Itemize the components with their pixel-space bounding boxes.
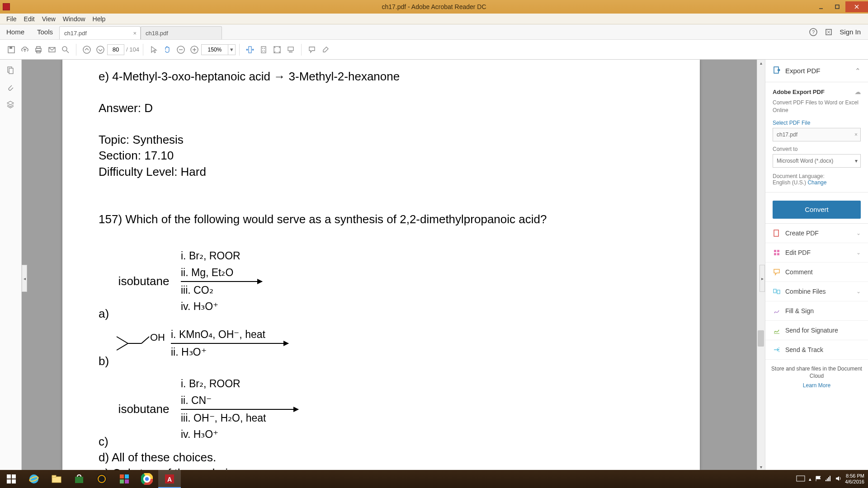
layers-icon[interactable] [6,100,15,109]
fit-page-icon[interactable] [257,43,270,56]
tool-create-pdf[interactable]: Create PDF⌄ [765,224,868,243]
reagents-c-bot: iii. OH⁻, H₂O, heativ. H₃O⁺ [181,410,298,443]
comment-icon[interactable] [305,43,319,56]
search-icon[interactable] [59,43,72,56]
export-title: Adobe Export PDF☁ [773,89,861,95]
menu-help[interactable]: Help [89,15,109,23]
pdf-viewer[interactable]: ◂ e) 4-Methyl-3-oxo-heptanoic acid → 3-M… [22,60,765,470]
maximize-button[interactable] [829,1,845,12]
answer-line: Answer: D [99,100,664,116]
chevron-down-icon: ▾ [855,158,858,164]
notification-icon[interactable] [824,28,833,37]
store-icon[interactable] [68,470,90,488]
page-number-input[interactable] [107,44,124,55]
tool-send-track[interactable]: Send & Track [765,340,868,360]
highlight-icon[interactable] [319,43,332,56]
page-up-icon[interactable] [80,43,94,56]
home-tab[interactable]: Home [0,24,31,39]
cursor-icon[interactable] [147,43,160,56]
menu-file[interactable]: File [3,15,20,23]
close-button[interactable] [845,1,868,12]
doc-tab-ch17[interactable]: ch17.pdf× [59,26,141,39]
tools-tab[interactable]: Tools [31,24,59,39]
scroll-thumb[interactable] [758,330,764,347]
right-collapse-icon[interactable]: ▸ [760,265,765,292]
reagents-a-bot: iii. CO₂iv. H₃O⁺ [181,282,262,315]
scroll-up-icon[interactable]: ▴ [758,60,764,66]
scroll-down-icon[interactable]: ▾ [758,464,764,470]
zoom-level[interactable]: 150% [201,44,228,55]
svg-rect-59 [120,474,124,479]
tool-edit-pdf[interactable]: Edit PDF⌄ [765,243,868,263]
tool-combine[interactable]: Combine Files⌄ [765,282,868,301]
system-tray: ▴ 8:56 PM 4/6/2016 [796,473,868,485]
svg-rect-31 [9,68,13,74]
thumbnails-icon[interactable] [6,66,15,75]
tool-comment[interactable]: Comment [765,263,868,282]
chevron-up-icon[interactable]: ⌃ [855,67,861,75]
media-icon[interactable] [90,470,113,488]
select-file-label[interactable]: Select PDF File [773,120,861,126]
chevron-down-icon: ⌄ [856,230,861,236]
svg-line-35 [142,337,149,343]
oh-label: OH [150,331,165,344]
page-down-icon[interactable] [94,43,107,56]
flag-icon[interactable] [815,475,821,483]
keyboard-icon[interactable] [796,475,805,483]
read-mode-icon[interactable] [284,43,297,56]
reactant-a: isobutane [112,273,175,289]
sign-in-link[interactable]: Sign In [840,28,861,36]
cloud-upload-icon[interactable] [18,43,32,56]
chrome-icon[interactable] [136,470,158,488]
start-button[interactable] [0,470,23,488]
topic-line: Topic: Synthesis [99,132,664,148]
svg-line-32 [117,343,128,350]
svg-rect-75 [830,476,830,481]
document-language: Document Language:English (U.S.) Change [773,173,861,186]
acrobat-taskbar-icon[interactable]: A [158,470,181,488]
windows-taskbar: A ▴ 8:56 PM 4/6/2016 [0,470,868,488]
send-signature-icon [773,326,781,334]
explorer-icon[interactable] [45,470,68,488]
arrow-icon [181,409,298,410]
menu-window[interactable]: Window [59,15,89,23]
clock[interactable]: 8:56 PM 4/6/2016 [845,473,864,485]
learn-more-link[interactable]: Learn More [771,382,863,389]
zoom-dropdown-icon[interactable]: ▾ [228,44,236,55]
tray-up-icon[interactable]: ▴ [809,476,811,482]
menu-edit[interactable]: Edit [20,15,38,23]
tool-label: Edit PDF [785,249,811,256]
zoom-out-icon[interactable] [174,43,188,56]
ie-icon[interactable] [23,470,45,488]
export-pdf-header[interactable]: Export PDF ⌃ [765,60,868,82]
fullscreen-icon[interactable] [270,43,284,56]
convert-button[interactable]: Convert [773,201,861,219]
tool-label: Send & Track [785,346,823,353]
doc-tab-ch18[interactable]: ch18.pdf [141,26,222,39]
tool-fill-sign[interactable]: Fill & Sign [765,301,868,321]
close-tab-icon[interactable]: × [133,30,137,37]
save-icon[interactable] [5,43,18,56]
volume-icon[interactable] [835,475,841,483]
main-area: ◂ e) 4-Methyl-3-oxo-heptanoic acid → 3-M… [0,60,868,470]
format-select[interactable]: Microsoft Word (*.docx)▾ [773,154,861,168]
help-icon[interactable]: ? [809,28,818,37]
menu-view[interactable]: View [38,15,59,23]
chevron-down-icon: ⌄ [856,249,861,256]
change-language-link[interactable]: Change [807,179,826,186]
hand-icon[interactable] [160,43,174,56]
zoom-in-icon[interactable] [188,43,201,56]
print-icon[interactable] [32,43,45,56]
tool-send-signature[interactable]: Send for Signature [765,321,868,340]
minimize-button[interactable] [813,1,829,12]
email-icon[interactable] [45,43,59,56]
left-collapse-icon[interactable]: ◂ [22,265,27,292]
network-icon[interactable] [825,475,831,483]
selected-file-box[interactable]: ch17.pdf× [773,128,861,141]
attachments-icon[interactable] [6,83,15,92]
svg-rect-60 [125,474,129,479]
reagents-c-top: i. Br₂, ROORii. CN⁻ [181,375,298,409]
fit-width-icon[interactable] [243,43,257,56]
clear-file-icon[interactable]: × [854,131,858,138]
photos-icon[interactable] [113,470,136,488]
